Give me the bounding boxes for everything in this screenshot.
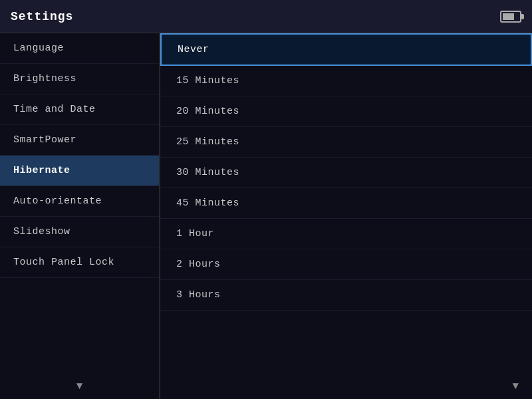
sidebar-item-time-and-date[interactable]: Time and Date <box>0 94 159 125</box>
right-panel: Never15 Minutes20 Minutes25 Minutes30 Mi… <box>160 33 532 399</box>
sidebar-item-hibernate[interactable]: Hibernate <box>0 156 159 186</box>
option-15-minutes[interactable]: 15 Minutes <box>160 66 532 96</box>
option-30-minutes[interactable]: 30 Minutes <box>160 158 532 188</box>
option-25-minutes[interactable]: 25 Minutes <box>160 127 532 158</box>
sidebar-item-language[interactable]: Language <box>0 33 159 64</box>
battery-icon <box>500 11 521 23</box>
option-1-hour[interactable]: 1 Hour <box>160 219 532 249</box>
sidebar-item-auto-orientate[interactable]: Auto-orientate <box>0 186 159 217</box>
sidebar-item-brightness[interactable]: Brightness <box>0 64 159 94</box>
sidebar-item-slideshow[interactable]: Slideshow <box>0 217 159 247</box>
option-never[interactable]: Never <box>160 33 532 66</box>
options-list: Never15 Minutes20 Minutes25 Minutes30 Mi… <box>160 33 532 399</box>
page-title: Settings <box>11 10 73 23</box>
main-content: LanguageBrightnessTime and DateSmartPowe… <box>0 33 532 399</box>
right-panel-scroll-down[interactable]: ▼ <box>512 380 519 392</box>
header: Settings <box>0 0 532 33</box>
option-45-minutes[interactable]: 45 Minutes <box>160 188 532 219</box>
option-20-minutes[interactable]: 20 Minutes <box>160 96 532 127</box>
left-panel: LanguageBrightnessTime and DateSmartPowe… <box>0 33 160 399</box>
sidebar-item-smartpower[interactable]: SmartPower <box>0 125 159 156</box>
sidebar-item-touch-panel-lock[interactable]: Touch Panel Lock <box>0 247 159 278</box>
option-2-hours[interactable]: 2 Hours <box>160 249 532 280</box>
left-panel-scroll-down[interactable]: ▼ <box>76 380 83 392</box>
option-3-hours[interactable]: 3 Hours <box>160 280 532 311</box>
